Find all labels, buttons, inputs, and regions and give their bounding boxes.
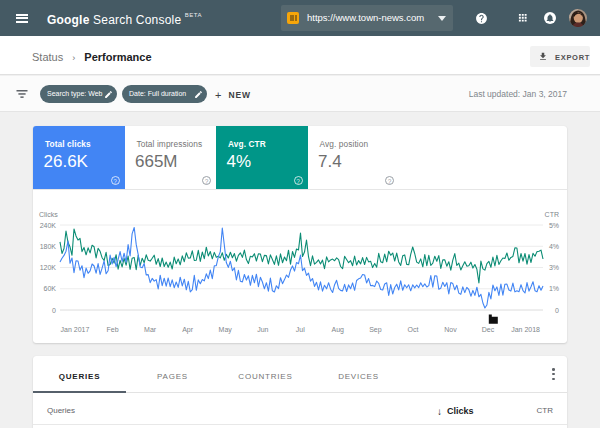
svg-text:Jan 2018: Jan 2018 xyxy=(511,326,540,333)
svg-text:Feb: Feb xyxy=(106,326,118,333)
svg-text:240K: 240K xyxy=(40,222,57,229)
svg-text:1%: 1% xyxy=(549,285,559,292)
svg-text:Oct: Oct xyxy=(407,326,418,333)
svg-text:Nov: Nov xyxy=(444,326,457,333)
svg-text:4%: 4% xyxy=(549,243,559,250)
svg-text:Apr: Apr xyxy=(182,326,194,334)
svg-text:Clicks: Clicks xyxy=(39,211,58,218)
svg-text:Aug: Aug xyxy=(332,326,345,334)
svg-text:Dec: Dec xyxy=(482,326,495,333)
svg-text:CTR: CTR xyxy=(545,211,559,218)
svg-text:May: May xyxy=(219,326,233,334)
svg-text:Sep: Sep xyxy=(369,326,382,334)
svg-text:120K: 120K xyxy=(40,264,57,271)
svg-text:0: 0 xyxy=(555,307,559,314)
svg-text:60K: 60K xyxy=(44,285,57,292)
svg-text:Mar: Mar xyxy=(144,326,157,333)
svg-text:0: 0 xyxy=(52,307,56,314)
svg-text:Jan 2017: Jan 2017 xyxy=(61,326,90,333)
svg-text:Jul: Jul xyxy=(296,326,305,333)
svg-text:3%: 3% xyxy=(549,264,559,271)
svg-text:180K: 180K xyxy=(40,243,57,250)
svg-text:5%: 5% xyxy=(549,222,559,229)
svg-text:Jun: Jun xyxy=(257,326,268,333)
